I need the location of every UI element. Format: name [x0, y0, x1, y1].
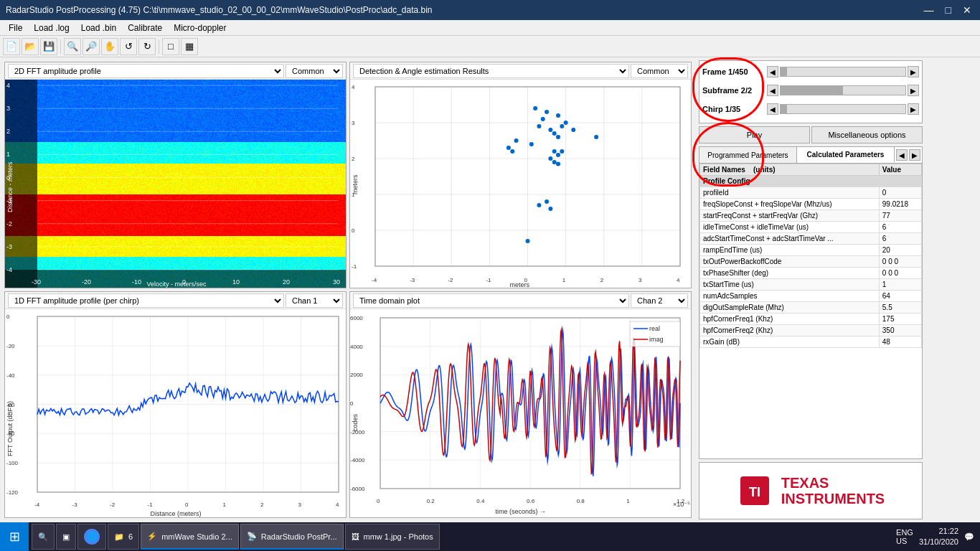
subframe-next[interactable]: ▶: [908, 85, 919, 96]
plot-2d-fft-header: 2D FFT amplitude profile Common: [5, 62, 346, 80]
taskbar-photos[interactable]: 🖼 mmw 1.jpg - Photos: [345, 524, 440, 550]
toolbar-redo[interactable]: ↻: [138, 38, 156, 55]
plots-area: 2D FFT amplitude profile Common Detectio…: [0, 57, 696, 522]
clock-time: 21:22: [919, 526, 958, 537]
taskbar-taskview[interactable]: ▣: [56, 524, 76, 550]
taskbar-search[interactable]: 🔍: [32, 524, 55, 550]
chirp-control-row: Chirp 1/35 ◀ ▶: [702, 101, 919, 117]
radarstudio-icon: 📡: [247, 532, 257, 541]
chirp-label: Chirp 1/35: [702, 105, 767, 113]
chirp-prev[interactable]: ◀: [767, 103, 778, 115]
menu-file[interactable]: File: [3, 22, 28, 34]
param-field: adcStartTimeConst + adcStartTimeVar ...: [700, 233, 880, 245]
plot-time-domain-canvas: [350, 309, 691, 517]
taskbar-explorer[interactable]: 📁 6: [108, 524, 139, 550]
menu-micro-doppler[interactable]: Micro-doppler: [168, 22, 232, 34]
param-value: 48: [879, 336, 921, 348]
params-row: rampEndTime (us)20: [700, 245, 922, 256]
title-bar: RadarStudio PostProcessing (4.75) C:\ti\…: [0, 0, 980, 20]
taskbar-items: 🔍 ▣ 🌐 📁 6 ⚡ mmWave Studio 2... 📡 RadarSt…: [29, 524, 890, 550]
chirp-next[interactable]: ▶: [908, 103, 919, 115]
params-row: hpfCornerFreq1 (Khz)175: [700, 314, 922, 325]
plot-1d-fft-title-select[interactable]: 1D FFT amplitude profile (per chirp): [8, 293, 284, 308]
start-button[interactable]: ⊞: [0, 522, 29, 551]
plot-detection-chan-select[interactable]: Common: [631, 64, 688, 78]
close-button[interactable]: ✕: [960, 4, 974, 16]
param-field: hpfCornerFreq2 (Khz): [700, 325, 880, 336]
param-field: hpfCornerFreq1 (Khz): [700, 314, 880, 325]
plot-detection-title-select[interactable]: Detection & Angle estimation Results: [353, 64, 629, 78]
clock-date: 31/10/2020: [919, 537, 958, 547]
tab-programmed[interactable]: Programmed Parameters: [699, 147, 797, 163]
ti-logo-area: TI TEXAS INSTRUMENTS: [699, 462, 923, 519]
toolbar-new[interactable]: 📄: [3, 38, 20, 55]
tab-calculated[interactable]: Calculated Parameters: [797, 147, 895, 163]
plot-time-domain-title-select[interactable]: Time domain plot: [353, 293, 629, 308]
params-row: startFreqConst + startFreqVar (Ghz)77: [700, 210, 922, 222]
params-row: digOutSampleRate (Mhz)5.5: [700, 302, 922, 314]
taskview-icon: ▣: [62, 532, 70, 542]
notification-icon[interactable]: 💬: [964, 532, 974, 542]
toolbar-save[interactable]: 💾: [40, 38, 57, 55]
toolbar: 📄 📂 💾 🔍 🔎 ✋ ↺ ↻ □ ▦: [0, 36, 980, 57]
plot-2d-fft-title-select[interactable]: 2D FFT amplitude profile: [8, 64, 284, 78]
params-section: Programmed Parameters Calculated Paramet…: [699, 146, 923, 459]
taskbar: ⊞ 🔍 ▣ 🌐 📁 6 ⚡ mmWave Studio 2... 📡 Radar…: [0, 522, 980, 551]
taskbar-mmwave[interactable]: ⚡ mmWave Studio 2...: [141, 524, 239, 550]
params-section-header: Profile Config: [700, 176, 922, 187]
toolbar-zoom-out[interactable]: 🔎: [83, 38, 100, 55]
chrome-icon: 🌐: [84, 529, 100, 545]
play-button[interactable]: Play: [699, 126, 810, 143]
subframe-thumb: [781, 86, 843, 95]
menu-load-log[interactable]: Load .log: [28, 22, 75, 34]
taskbar-clock[interactable]: 21:22 31/10/2020: [919, 526, 958, 548]
param-value: 5.5: [879, 302, 921, 314]
plot-2d-fft-chan-select[interactable]: Common: [286, 64, 343, 78]
chirp-track[interactable]: [780, 104, 906, 114]
param-value: 0: [879, 187, 921, 199]
frame-next[interactable]: ▶: [908, 66, 919, 77]
misc-button[interactable]: Miscellaneous options: [811, 126, 923, 143]
tab-prev[interactable]: ◀: [896, 149, 908, 161]
param-value: 64: [879, 291, 921, 302]
toolbar-open[interactable]: 📂: [22, 38, 39, 55]
menu-calibrate[interactable]: Calibrate: [122, 22, 168, 34]
tab-arrows: ◀ ▶: [895, 147, 922, 163]
tab-next[interactable]: ▶: [909, 149, 920, 161]
params-row: adcStartTimeConst + adcStartTimeVar ...6: [700, 233, 922, 245]
ti-text: TEXAS INSTRUMENTS: [781, 475, 885, 507]
frame-thumb: [781, 67, 787, 76]
photos-label: mmw 1.jpg - Photos: [364, 532, 433, 541]
param-field: txOutPowerBackoffCode: [700, 256, 880, 268]
title-text: RadarStudio PostProcessing (4.75) C:\ti\…: [6, 5, 433, 15]
frame-track[interactable]: [780, 67, 906, 77]
subframe-scroll: ◀ ▶: [767, 85, 919, 96]
plot-2d-fft-canvas: [5, 80, 346, 288]
maximize-button[interactable]: □: [943, 4, 954, 16]
plot-detection-header: Detection & Angle estimation Results Com…: [350, 62, 691, 80]
subframe-track[interactable]: [780, 85, 906, 95]
control-section: Frame 1/450 ◀ ▶ Subframe 2/2 ◀ ▶: [699, 60, 923, 123]
title-controls: — □ ✕: [921, 4, 974, 16]
frame-prev[interactable]: ◀: [767, 66, 778, 77]
toolbar-grid[interactable]: ▦: [181, 38, 198, 55]
menu-load-bin[interactable]: Load .bin: [75, 22, 122, 34]
taskbar-chrome[interactable]: 🌐: [77, 524, 106, 550]
plot-1d-fft-chan-select[interactable]: Chan 1: [286, 293, 343, 308]
param-value: 99.0218: [879, 199, 921, 210]
plot-2d-fft: 2D FFT amplitude profile Common: [4, 62, 347, 288]
params-row: txPhaseShifter (deg)0 0 0: [700, 268, 922, 279]
toolbar-single[interactable]: □: [162, 38, 179, 55]
toolbar-hand[interactable]: ✋: [101, 38, 118, 55]
param-field: rampEndTime (us): [700, 245, 880, 256]
taskbar-radarstudio[interactable]: 📡 RadarStudio PostPr...: [240, 524, 344, 550]
subframe-prev[interactable]: ◀: [767, 85, 778, 96]
minimize-button[interactable]: —: [921, 4, 937, 16]
toolbar-zoom-in[interactable]: 🔍: [64, 38, 81, 55]
plot-detection: Detection & Angle estimation Results Com…: [349, 62, 692, 288]
main-content: 2D FFT amplitude profile Common Detectio…: [0, 57, 980, 522]
plot-time-domain-chan-select[interactable]: Chan 2: [631, 293, 688, 308]
plot-detection-body: [350, 80, 691, 288]
toolbar-undo[interactable]: ↺: [120, 38, 137, 55]
subframe-label: Subframe 2/2: [702, 86, 767, 95]
